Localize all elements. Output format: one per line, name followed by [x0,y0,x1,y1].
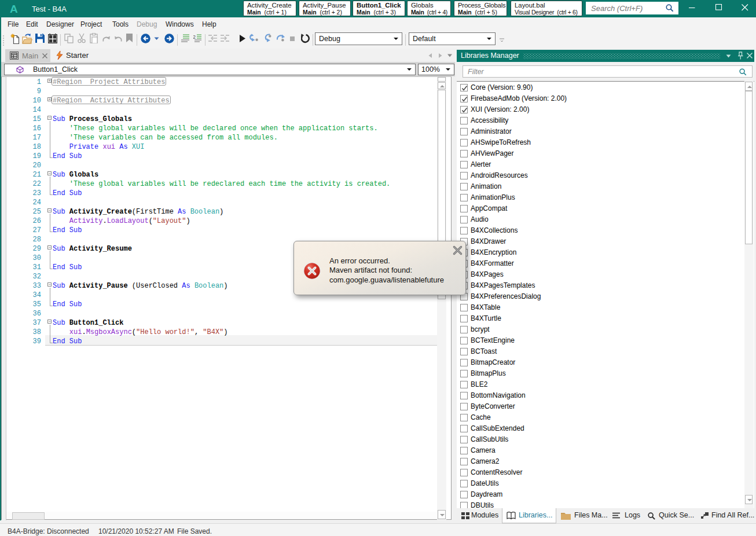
svg-text:2: 2 [193,34,196,40]
